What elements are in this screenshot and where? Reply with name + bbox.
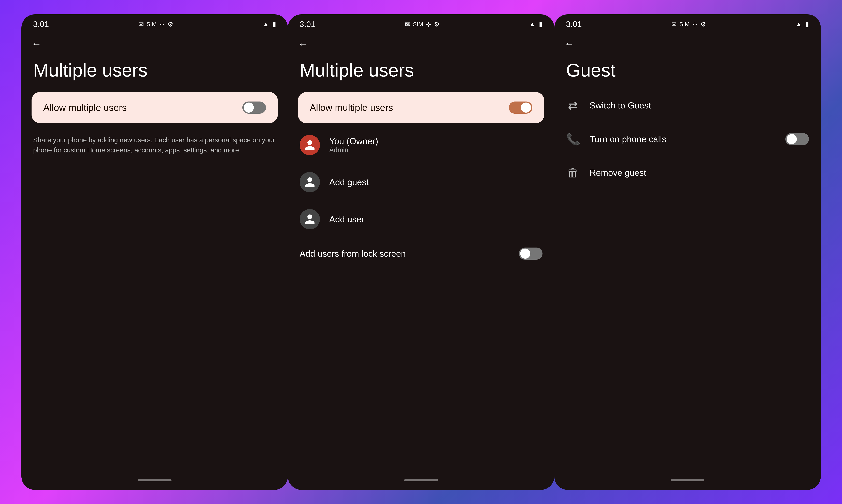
signal-icon: ⊹ [159,21,165,28]
back-arrow-2[interactable]: ← [298,38,308,50]
phone-calls-content: 📞 Turn on phone calls [566,132,666,146]
remove-guest-label: Remove guest [590,168,646,178]
wifi-icon-1: ▲ [263,21,269,28]
status-time-2: 3:01 [300,20,315,29]
lock-screen-row[interactable]: Add users from lock screen [288,238,554,269]
mail-icon-2: ✉ [405,21,410,28]
back-arrow-3[interactable]: ← [565,38,575,50]
phone-1: 3:01 ✉ SIM ⊹ ⚙ ▲ ▮ ← Multiple users Allo… [21,14,288,490]
toggle-switch-1[interactable] [242,102,266,114]
owner-name: You (Owner) [329,136,378,146]
add-user-label: Add user [329,214,364,224]
owner-subtitle: Admin [329,146,378,154]
status-icons-1: ✉ SIM ⊹ ⚙ [139,21,173,28]
status-time-3: 3:01 [566,20,582,29]
sim-icon: SIM [146,21,157,28]
back-arrow-1[interactable]: ← [32,38,42,50]
phone-2: 3:01 ✉ SIM ⊹ ⚙ ▲ ▮ ← Multiple users Allo… [288,14,554,490]
mail-icon-3: ✉ [671,21,677,28]
remove-guest-item[interactable]: 🗑 Remove guest [554,156,821,190]
nav-indicator-3 [671,479,704,481]
toggle-knob-2 [521,103,531,113]
status-icons-2: ✉ SIM ⊹ ⚙ [405,21,440,28]
person-icon [304,139,316,151]
status-right-2: ▲ ▮ [529,21,542,28]
add-user-avatar [300,209,320,229]
phone-calls-toggle[interactable] [785,133,809,145]
status-icons-3: ✉ SIM ⊹ ⚙ [671,21,706,28]
nav-indicator-2 [404,479,438,481]
switch-to-guest-item[interactable]: ⇄ Switch to Guest [554,89,821,122]
list-item-owner[interactable]: You (Owner) Admin [288,126,554,164]
mail-icon: ✉ [139,21,144,28]
back-bar-1[interactable]: ← [21,33,288,53]
wifi-icon-3: ▲ [795,21,802,28]
sim-icon-3: SIM [679,21,689,28]
battery-icon-3: ▮ [805,21,809,28]
status-time-1: 3:01 [33,20,49,29]
lock-screen-toggle[interactable] [519,248,542,260]
add-guest-label: Add guest [329,177,369,187]
owner-text: You (Owner) Admin [329,136,378,154]
signal-icon-2: ⊹ [426,21,431,28]
phone-icon: 📞 [566,132,579,146]
owner-avatar [300,135,320,155]
switch-to-guest-label: Switch to Guest [590,100,651,110]
page-title-3: Guest [554,53,821,89]
settings-icon-2: ⚙ [434,21,440,28]
phones-container: 3:01 ✉ SIM ⊹ ⚙ ▲ ▮ ← Multiple users Allo… [0,0,842,504]
nav-bar-1 [21,472,288,490]
phone-calls-knob [787,134,797,144]
toggle-label-1: Allow multiple users [43,102,127,113]
list-item-add-user[interactable]: Add user [288,201,554,238]
status-bar-2: 3:01 ✉ SIM ⊹ ⚙ ▲ ▮ [288,14,554,33]
battery-icon-2: ▮ [539,21,542,28]
toggle-card-1[interactable]: Allow multiple users [32,92,278,123]
lock-screen-label: Add users from lock screen [300,249,406,259]
phone-calls-label: Turn on phone calls [590,134,666,144]
lock-screen-knob [520,249,530,259]
toggle-card-2[interactable]: Allow multiple users [298,92,544,123]
status-right-1: ▲ ▮ [263,21,276,28]
toggle-label-2: Allow multiple users [310,102,393,113]
nav-bar-2 [288,472,554,490]
toggle-switch-2[interactable] [509,102,532,114]
battery-icon-1: ▮ [272,21,276,28]
toggle-knob-1 [244,103,254,113]
settings-icon: ⚙ [167,21,173,28]
settings-icon-3: ⚙ [700,21,706,28]
signal-icon-3: ⊹ [692,21,698,28]
status-bar-1: 3:01 ✉ SIM ⊹ ⚙ ▲ ▮ [21,14,288,33]
list-item-add-guest[interactable]: Add guest [288,164,554,201]
status-bar-3: 3:01 ✉ SIM ⊹ ⚙ ▲ ▮ [554,14,821,33]
back-bar-3[interactable]: ← [554,33,821,53]
back-bar-2[interactable]: ← [288,33,554,53]
nav-indicator-1 [138,479,172,481]
status-right-3: ▲ ▮ [795,21,809,28]
page-title-2: Multiple users [288,53,554,89]
page-title-1: Multiple users [21,53,288,89]
sim-icon-2: SIM [413,21,423,28]
add-guest-avatar [300,172,320,192]
trash-icon: 🗑 [566,166,579,179]
description-text-1: Share your phone by adding new users. Ea… [21,126,288,155]
wifi-icon-2: ▲ [529,21,536,28]
guest-icon [304,176,316,188]
nav-bar-3 [554,472,821,490]
phone-3: 3:01 ✉ SIM ⊹ ⚙ ▲ ▮ ← Guest ⇄ Switch to G… [554,14,821,490]
phone-calls-item[interactable]: 📞 Turn on phone calls [554,122,821,156]
add-user-icon [304,213,316,225]
switch-icon: ⇄ [566,99,579,112]
